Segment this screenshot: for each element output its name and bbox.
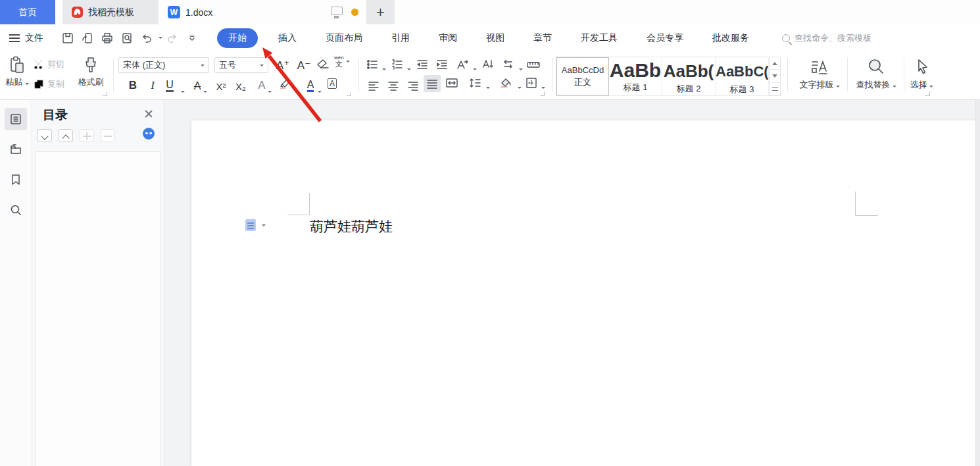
tab-references[interactable]: 引用 [383,28,418,48]
bullet-list-caret-icon[interactable] [382,68,386,70]
underline-button[interactable]: U [162,76,178,93]
tab-proofing-service[interactable]: 批改服务 [704,28,758,48]
text-tool-caret-icon[interactable] [473,68,477,70]
undo-button[interactable] [138,30,155,47]
cut-button[interactable]: 剪切 [33,59,64,70]
line-spacing-caret-icon[interactable] [486,87,490,89]
font-group-expander[interactable] [347,91,351,96]
notification-dot-icon[interactable] [351,9,358,16]
expand-all-button[interactable] [37,129,52,142]
zoom-out-outline-button[interactable] [101,129,115,142]
redo-button[interactable] [164,30,181,47]
right-group-expander[interactable] [925,91,930,96]
clear-format-button[interactable] [316,58,330,71]
clipboard-group-expander[interactable] [103,91,107,96]
tab-page-layout[interactable]: 页面布局 [317,28,371,48]
style-heading1[interactable]: AaBb 标题 1 [609,57,662,95]
sidebar-bookmark-button[interactable] [5,168,27,191]
increase-font-button[interactable]: A⁺ [275,57,291,74]
text-direction-button[interactable] [481,58,496,71]
collapse-all-button[interactable] [59,129,73,142]
command-search-box[interactable]: 查找命令、搜索模板 [782,32,871,44]
sidebar-outline-button[interactable] [5,108,27,130]
styles-scroll-down-button[interactable] [770,70,780,82]
font-size-select[interactable]: 五号 [214,57,268,73]
tab-membership[interactable]: 会员专享 [638,28,692,48]
text-tool-button[interactable] [455,58,470,71]
strikethrough-caret-icon[interactable] [203,91,207,93]
tab-view[interactable]: 视图 [478,28,513,48]
text-layout-button[interactable]: 文字排版 [797,55,842,91]
decrease-indent-button[interactable] [416,58,429,71]
italic-button[interactable]: I [145,76,160,93]
char-border-button[interactable]: A [328,78,337,89]
align-right-button[interactable] [405,76,421,93]
line-spacing-button[interactable] [468,76,483,90]
style-heading2[interactable]: AaBb( 标题 2 [662,57,716,95]
bullet-list-button[interactable] [366,58,379,71]
styles-more-button[interactable] [770,83,780,95]
text-effect-caret-icon[interactable] [268,91,272,93]
outline-empty-list[interactable] [35,151,161,466]
subscript-button[interactable]: X₂ [233,76,249,93]
bold-button[interactable]: B [125,76,141,93]
align-left-button[interactable] [366,76,381,93]
underline-caret-icon[interactable] [181,91,185,93]
tab-docer-templates[interactable]: 找稻壳模板 [62,0,159,24]
home-tab[interactable]: 首页 [0,0,55,24]
style-heading3[interactable]: AaBbC( 标题 3 [716,57,769,95]
save-button[interactable] [59,30,76,47]
shading-caret-icon[interactable] [518,87,522,89]
assistant-robot-icon[interactable] [143,128,155,140]
sidebar-chapter-button[interactable] [5,138,27,161]
presentation-mode-icon[interactable] [331,7,343,15]
sidebar-search-button[interactable] [5,199,27,221]
style-normal[interactable]: AaBbCcDd 正文 [556,57,609,95]
styles-scroll-up-button[interactable] [770,57,780,70]
decrease-font-button[interactable]: A⁻ [296,57,312,74]
tab-review[interactable]: 审阅 [430,28,466,48]
increase-indent-button[interactable] [435,58,449,71]
tab-section[interactable]: 章节 [525,28,560,48]
justify-button[interactable] [424,75,441,92]
highlight-button[interactable] [278,78,292,91]
borders-button[interactable] [525,76,538,90]
tab-ruler-button[interactable] [526,58,541,71]
copy-button[interactable]: 复制 [33,78,64,90]
pinyin-guide-button[interactable]: wén文 [334,55,350,68]
undo-dropdown-caret-icon[interactable] [159,37,162,39]
new-tab-button[interactable]: + [366,0,395,24]
shading-button[interactable] [499,76,513,90]
menu-icon[interactable] [9,34,20,42]
asian-layout-button[interactable] [501,58,516,71]
tab-document[interactable]: W 1.docx [159,0,319,24]
superscript-button[interactable]: X² [213,76,229,93]
paste-button[interactable]: 粘贴 [4,54,30,88]
export-button[interactable] [79,30,96,47]
zoom-in-outline-button[interactable] [80,129,94,142]
print-button[interactable] [99,30,116,47]
vertical-scrollbar[interactable] [975,100,980,466]
document-text[interactable]: 葫芦娃葫芦娃 [310,217,393,236]
borders-caret-icon[interactable] [541,87,545,89]
asian-layout-caret-icon[interactable] [519,68,523,70]
tab-developer-tools[interactable]: 开发工具 [572,28,626,48]
numbered-list-caret-icon[interactable] [407,68,411,70]
select-button[interactable]: 选择 [906,55,937,91]
format-painter-button[interactable]: 格式刷 [74,54,108,88]
distribute-button[interactable] [445,76,459,90]
paste-options-button[interactable] [245,219,266,231]
tab-insert[interactable]: 插入 [270,28,305,48]
file-menu[interactable]: 文件 [25,32,43,44]
tab-start[interactable]: 开始 [217,28,258,48]
align-center-button[interactable] [385,76,401,93]
font-name-select[interactable]: 宋体 (正文) [118,57,209,73]
font-color-caret-icon[interactable] [318,91,322,93]
collapse-ribbon-button[interactable] [184,30,201,47]
find-replace-button[interactable]: 查找替换 [855,55,897,91]
paste-dropdown-caret-icon[interactable] [25,83,29,85]
numbered-list-button[interactable] [391,58,404,71]
document-page[interactable]: 葫芦娃葫芦娃 [191,120,975,466]
close-panel-icon[interactable] [144,109,153,118]
paragraph-group-expander[interactable] [540,91,545,96]
